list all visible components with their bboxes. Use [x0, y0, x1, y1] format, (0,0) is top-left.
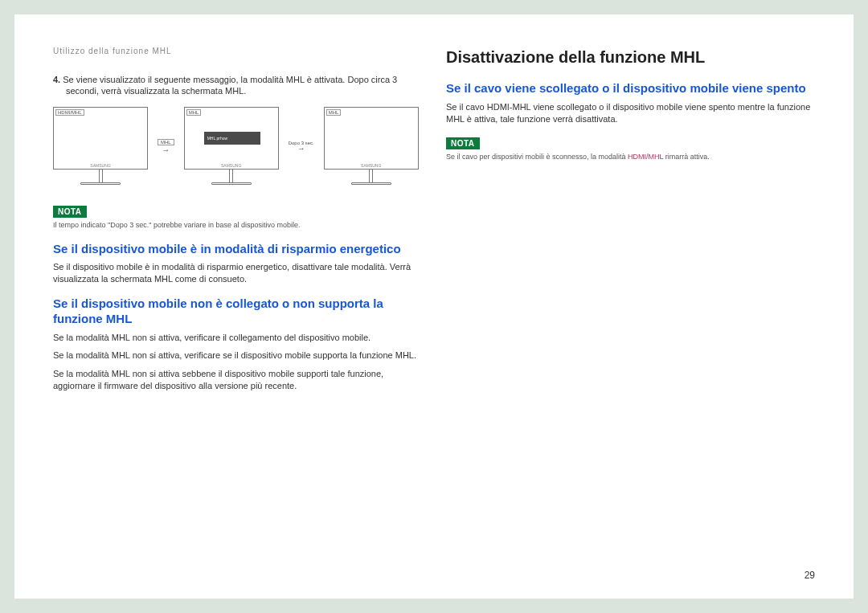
paragraph-unsupported-1: Se la modalità MHL non si attiva, verifi… [53, 332, 422, 344]
nota-badge-2: NOTA [446, 137, 480, 149]
paragraph-power-saving: Se il dispositivo mobile è in modalità d… [53, 261, 422, 285]
arrow-right-icon: → [162, 147, 170, 153]
paragraph-cable: Se il cavo HDMI-MHL viene scollegato o i… [446, 101, 815, 125]
monitor-2: MHL MHL prhow SAMSUNG [184, 107, 279, 185]
heading-deactivation: Disattivazione della funzione MHL [446, 48, 815, 67]
mhl-diagram: HDMI/MHL SAMSUNG MHL → MHL MHL prhow SAM… [53, 107, 422, 185]
nota-2-text: Se il cavo per dispositivi mobili è scon… [446, 153, 815, 162]
nota-badge-1: NOTA [53, 206, 87, 218]
step-4-text-a: Se viene visualizzato il seguente messag… [63, 75, 397, 84]
monitor-1-tag: HDMI/MHL [55, 109, 84, 116]
paragraph-unsupported-2: Se la modalità MHL non si attiva, verifi… [53, 349, 422, 362]
nota-2-pre: Se il cavo per dispositivi mobili è scon… [446, 153, 628, 161]
paragraph-unsupported-3: Se la modalità MHL non si attiva sebbene… [53, 368, 422, 392]
monitor-3: MHL SAMSUNG [324, 107, 419, 185]
monitor-1-brand: SAMSUNG [90, 163, 110, 168]
step-number: 4. [53, 75, 60, 84]
monitor-1: HDMI/MHL SAMSUNG [53, 107, 148, 185]
arrow-right-icon: → [297, 145, 305, 152]
page-number: 29 [805, 570, 815, 581]
nota-1-text: Il tempo indicato "Dopo 3 sec." potrebbe… [53, 221, 422, 231]
monitor-2-message: MHL prhow [204, 132, 260, 145]
heading-unsupported: Se il dispositivo mobile non è collegato… [53, 296, 422, 327]
heading-power-saving: Se il dispositivo mobile è in modalità d… [53, 242, 422, 257]
page: Utilizzo della funzione MHL 4. Se viene … [14, 14, 854, 599]
monitor-3-brand: SAMSUNG [361, 163, 381, 168]
monitor-3-tag: MHL [326, 109, 342, 116]
diagram-arrow-2: Dopo 3 sec. → [289, 141, 314, 152]
left-column: Utilizzo della funzione MHL 4. Se viene … [53, 47, 422, 574]
heading-cable-disconnect: Se il cavo viene scollegato o il disposi… [446, 81, 815, 96]
step-4-line-1: 4. Se viene visualizzato il seguente mes… [53, 75, 422, 84]
nota-2-highlight: HDMI/MHL [628, 153, 663, 161]
arrow-1-label: MHL [158, 139, 174, 145]
monitor-2-tag: MHL [186, 109, 202, 116]
right-column: Disattivazione della funzione MHL Se il … [446, 47, 815, 574]
step-4-line-2: secondi, verrà visualizzata la schermata… [53, 86, 422, 96]
breadcrumb: Utilizzo della funzione MHL [53, 47, 422, 55]
monitor-2-brand: SAMSUNG [221, 163, 241, 168]
nota-2-post: rimarrà attiva. [663, 153, 710, 161]
diagram-arrow-1: MHL → [158, 139, 174, 153]
